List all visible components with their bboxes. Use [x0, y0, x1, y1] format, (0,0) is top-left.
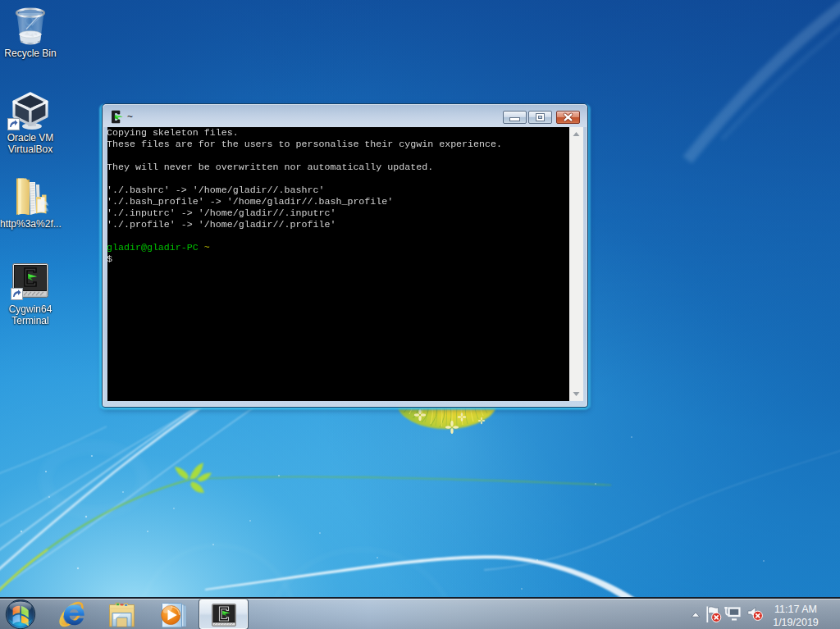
svg-text:11:17 AM: 11:17 AM — [774, 604, 817, 615]
svg-text:1/19/2019: 1/19/2019 — [773, 617, 819, 628]
